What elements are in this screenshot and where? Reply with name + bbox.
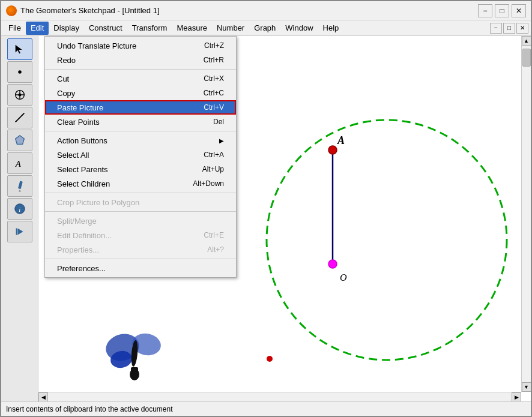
menu-item-undo[interactable]: Undo Translate Picture Ctrl+Z (45, 38, 236, 53)
maximize-button[interactable]: □ (495, 4, 509, 17)
separator-3 (45, 193, 236, 193)
scrollbar-bottom[interactable]: ◀ ▶ (38, 392, 521, 401)
dashed-circle (267, 120, 507, 360)
title-bar-left: The Geometer's Sketchpad - [Untitled 1] (6, 5, 160, 16)
tool-arrow[interactable] (7, 38, 32, 60)
close-button[interactable]: ✕ (512, 4, 526, 17)
status-text: Insert contents of clipboard into the ac… (6, 405, 173, 413)
menu-help[interactable]: Help (318, 22, 344, 35)
separator-5 (45, 259, 236, 259)
tool-text[interactable]: A (7, 152, 32, 174)
inner-close-button[interactable]: ✕ (516, 23, 528, 34)
menu-construct[interactable]: Construct (84, 22, 127, 35)
tool-info[interactable]: i (7, 198, 32, 220)
menu-measure[interactable]: Measure (172, 22, 212, 35)
inner-minimize-button[interactable]: − (490, 23, 502, 34)
butterfly-image (104, 326, 171, 380)
menu-bar: File Edit Display Construct Transform Me… (1, 20, 531, 36)
menu-item-preferences[interactable]: Preferences... (45, 261, 236, 275)
app-icon (6, 5, 17, 16)
tool-point[interactable] (7, 61, 32, 83)
status-bar: Insert contents of clipboard into the ac… (1, 401, 531, 416)
svg-point-4 (19, 94, 21, 96)
svg-text:A: A (14, 159, 20, 169)
tool-pencil[interactable] (7, 175, 32, 197)
point-bottom (267, 356, 273, 362)
svg-line-5 (15, 113, 24, 122)
menu-item-select-parents[interactable]: Select Parents Alt+Up (45, 162, 236, 176)
label-O: O (340, 272, 347, 283)
menu-item-clear-points[interactable]: Clear Points Del (45, 115, 236, 129)
scroll-down-arrow[interactable]: ▼ (522, 382, 531, 392)
menu-edit[interactable]: Edit (26, 22, 49, 35)
minimize-button[interactable]: − (478, 4, 492, 17)
svg-point-0 (18, 70, 22, 74)
title-bar-controls: − □ ✕ (478, 4, 526, 17)
scroll-track-right[interactable] (522, 46, 531, 382)
menu-item-redo[interactable]: Redo Ctrl+R (45, 53, 236, 67)
menu-item-properties: Properties... Alt+? (45, 242, 236, 257)
menu-file[interactable]: File (4, 22, 26, 35)
svg-marker-9 (19, 190, 21, 191)
menu-item-paste-picture[interactable]: Paste Picture Ctrl+V (45, 100, 236, 115)
menu-item-select-all[interactable]: Select All Ctrl+A (45, 148, 236, 162)
title-bar: The Geometer's Sketchpad - [Untitled 1] … (1, 1, 531, 20)
menu-graph[interactable]: Graph (249, 22, 280, 35)
title-bar-text: The Geometer's Sketchpad - [Untitled 1] (20, 6, 160, 15)
svg-marker-12 (17, 229, 23, 235)
tool-line[interactable] (7, 107, 32, 128)
menu-window[interactable]: Window (280, 22, 318, 35)
svg-rect-8 (18, 181, 23, 190)
scrollbar-right[interactable]: ▲ ▼ (521, 36, 531, 392)
scroll-up-arrow[interactable]: ▲ (522, 36, 531, 46)
tool-compass[interactable] (7, 84, 32, 106)
menu-item-split-merge: Split/Merge (45, 214, 236, 228)
menu-item-crop-polygon: Crop Picture to Polygon (45, 195, 236, 209)
sidebar-toolbar: A i (1, 36, 38, 401)
inner-restore-button[interactable]: □ (503, 23, 515, 34)
menu-item-cut[interactable]: Cut Ctrl+X (45, 71, 236, 86)
tool-more[interactable] (7, 221, 32, 242)
menu-item-copy[interactable]: Copy Ctrl+C (45, 86, 236, 100)
separator-4 (45, 211, 236, 212)
menu-item-edit-definition: Edit Definition... Ctrl+E (45, 228, 236, 242)
scroll-left-arrow[interactable]: ◀ (38, 392, 48, 402)
separator-2 (45, 131, 236, 131)
svg-text:i: i (19, 206, 20, 213)
menu-display[interactable]: Display (49, 22, 84, 35)
svg-rect-19 (131, 367, 138, 374)
menu-item-select-children[interactable]: Select Children Alt+Down (45, 176, 236, 191)
menu-transform[interactable]: Transform (127, 22, 172, 35)
inner-window-controls: − □ ✕ (490, 23, 528, 34)
svg-marker-6 (15, 136, 24, 145)
menu-number[interactable]: Number (212, 22, 249, 35)
scroll-right-arrow[interactable]: ▶ (512, 392, 521, 402)
edit-dropdown-menu: Undo Translate Picture Ctrl+Z Redo Ctrl+… (44, 36, 237, 278)
scroll-track-bottom[interactable] (48, 392, 512, 402)
point-A (328, 146, 337, 154)
menu-item-action-buttons[interactable]: Action Buttons ▶ (45, 133, 236, 148)
tool-polygon[interactable] (7, 130, 32, 151)
separator-1 (45, 69, 236, 70)
scroll-thumb-right[interactable] (522, 49, 531, 67)
point-O (328, 260, 337, 268)
label-A: A (337, 134, 345, 146)
